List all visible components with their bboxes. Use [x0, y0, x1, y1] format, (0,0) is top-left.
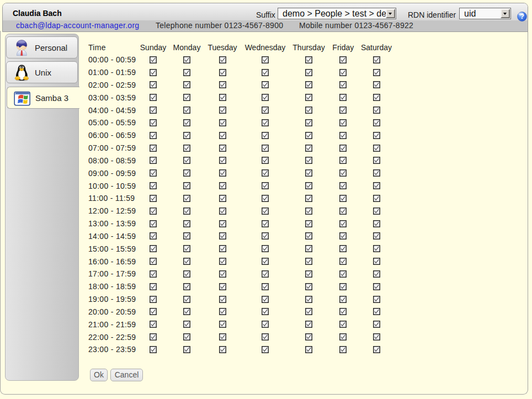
svg-text:?: ?: [520, 12, 524, 20]
